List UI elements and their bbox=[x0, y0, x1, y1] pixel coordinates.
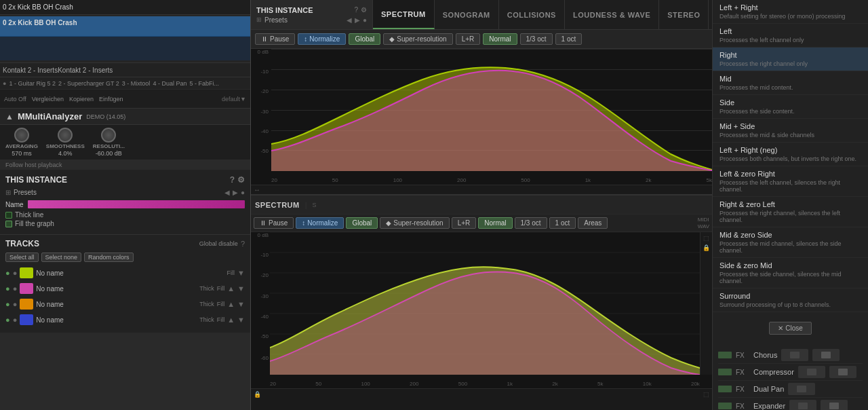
thick-line-checkbox[interactable] bbox=[5, 212, 12, 219]
track-vis-icon-1[interactable]: ● bbox=[5, 269, 10, 277]
preset2-prev[interactable]: ◀ bbox=[347, 16, 352, 24]
resolution-knob[interactable] bbox=[101, 128, 116, 143]
track-vis-icon-2[interactable]: ● bbox=[5, 284, 10, 293]
dropdown-item-surround[interactable]: Surround Surround processing of up to 8 … bbox=[713, 288, 868, 312]
tab-collisions[interactable]: COLLISIONS bbox=[499, 0, 565, 29]
mini-one-oct-btn[interactable]: 1 oct bbox=[549, 217, 576, 229]
track-dropdown-1[interactable]: ▼ bbox=[237, 269, 245, 277]
zoom-bottom-icon[interactable]: ⬚ bbox=[703, 391, 709, 398]
mini-lr-btn[interactable]: L+R bbox=[452, 217, 477, 229]
mini-oct-btn[interactable]: 1/3 oct bbox=[515, 217, 547, 229]
select-none-btn[interactable]: Select none bbox=[41, 253, 82, 262]
preset-next[interactable]: ▶ bbox=[233, 189, 238, 196]
this-instance-panel: THIS INSTANCE ? ⚙ ⊞ Presets ◀ ▶ ● Name T… bbox=[0, 170, 250, 235]
track-solo-icon-4[interactable]: ● bbox=[13, 316, 18, 324]
tab-stereo[interactable]: STEREO bbox=[659, 0, 709, 29]
random-colors-btn[interactable]: Random colors bbox=[84, 253, 134, 262]
track-color-4[interactable] bbox=[20, 314, 33, 325]
db-10: -10 bbox=[260, 69, 269, 75]
fill-graph-checkbox[interactable] bbox=[5, 221, 12, 227]
global-btn[interactable]: Global bbox=[349, 33, 380, 45]
preset2-add[interactable]: ● bbox=[363, 16, 367, 24]
preset2-next[interactable]: ▶ bbox=[355, 16, 360, 24]
track-vis-icon-4[interactable]: ● bbox=[5, 316, 10, 324]
lock-icon[interactable]: 🔒 bbox=[703, 244, 710, 251]
track-up-3[interactable]: ▲ bbox=[227, 300, 235, 308]
fx-expand-comp[interactable] bbox=[718, 369, 732, 375]
settings2-icon[interactable]: ⚙ bbox=[361, 6, 367, 14]
daw-waveform-canvas bbox=[0, 15, 250, 62]
dropdown-item-l-zero-r[interactable]: Left & zero Right Processes the left cha… bbox=[713, 166, 868, 197]
dropdown-item-lr-neg[interactable]: Left + Right (neg) Processes both channe… bbox=[713, 143, 868, 166]
track-down-4[interactable]: ▼ bbox=[237, 316, 245, 324]
fx-expand-exp[interactable] bbox=[718, 403, 732, 409]
track-up-2[interactable]: ▲ bbox=[227, 284, 235, 293]
normal-btn[interactable]: Normal bbox=[483, 33, 517, 45]
einfuegen-btn[interactable]: Einfügen bbox=[99, 96, 123, 102]
midi-btn[interactable]: MIDI bbox=[698, 217, 709, 223]
select-all-btn[interactable]: Select all bbox=[5, 253, 39, 262]
kontakt-bar: Kontakt 2 - Inserts Kontakt 2 - Inserts bbox=[0, 62, 250, 77]
dropdown-item-mid[interactable]: Mid Processes the mid content. bbox=[713, 71, 868, 95]
track-color-3[interactable] bbox=[20, 299, 33, 310]
pause-btn[interactable]: ⏸ Pause bbox=[255, 33, 295, 45]
track-solo-icon-1[interactable]: ● bbox=[13, 269, 18, 277]
mini-areas-btn[interactable]: Areas bbox=[578, 217, 608, 229]
oct-btn[interactable]: 1/3 oct bbox=[520, 33, 553, 45]
fx-expand-chorus[interactable] bbox=[718, 352, 732, 358]
mini-global-btn[interactable]: Global bbox=[346, 217, 378, 229]
dropdown-item-side[interactable]: Side Processes the side content. bbox=[713, 95, 868, 119]
averaging-knob[interactable] bbox=[14, 128, 29, 143]
tab-sonogram[interactable]: SONOGRAM bbox=[435, 0, 499, 29]
track-solo-icon-3[interactable]: ● bbox=[13, 300, 18, 308]
lr-btn[interactable]: L+R bbox=[456, 33, 481, 45]
follow-host[interactable]: Follow host playback bbox=[0, 160, 250, 170]
tracks-help-icon[interactable]: ? bbox=[241, 240, 245, 248]
dropdown-item-left[interactable]: Left Processes the left channel only bbox=[713, 24, 868, 48]
help2-icon[interactable]: ? bbox=[354, 6, 358, 14]
mini-tab-s[interactable]: S bbox=[313, 202, 317, 208]
track-name-2: No name bbox=[36, 285, 197, 293]
mini-normal-btn[interactable]: Normal bbox=[478, 217, 512, 229]
color-bar[interactable] bbox=[28, 200, 245, 208]
mini-normalize-btn[interactable]: ↕ Normalize bbox=[296, 217, 344, 229]
close-btn[interactable]: ✕ Close bbox=[769, 322, 812, 335]
wav-btn[interactable]: WAV bbox=[698, 223, 709, 229]
track-vis-icon-3[interactable]: ● bbox=[5, 300, 10, 308]
fx-name-comp: Compressor bbox=[753, 368, 794, 376]
dropdown-item-mid-zero-side[interactable]: Mid & zero Side Processes the mid channe… bbox=[713, 227, 868, 258]
dropdown-item-right[interactable]: Right Processes the right channel only bbox=[713, 48, 868, 71]
preset-prev[interactable]: ◀ bbox=[224, 189, 230, 196]
super-res-icon: ◆ bbox=[389, 35, 395, 43]
track-down-3[interactable]: ▼ bbox=[237, 300, 245, 308]
dropdown-item-mid-side[interactable]: Mid + Side Processes the mid & side chan… bbox=[713, 119, 868, 143]
vergleichen-btn[interactable]: Vergleichen bbox=[32, 96, 64, 102]
dropdown-item-left-right[interactable]: Left + Right Default setting for stereo … bbox=[713, 0, 868, 24]
instrument-slot-1: 1 - Guitar Rig 5 2 bbox=[9, 80, 56, 87]
super-res-btn[interactable]: ◆ Super-resolution bbox=[383, 33, 452, 45]
tab-spectrum[interactable]: SPECTRUM bbox=[373, 0, 435, 29]
fx-expand-dp[interactable] bbox=[718, 386, 732, 392]
track-color-1[interactable] bbox=[20, 267, 33, 278]
track-up-4[interactable]: ▲ bbox=[227, 316, 235, 324]
track-down-2[interactable]: ▼ bbox=[237, 284, 245, 293]
smoothness-knob[interactable] bbox=[58, 128, 73, 143]
ms-desc: Processes the mid & side channels bbox=[719, 132, 861, 138]
preset-add[interactable]: ● bbox=[241, 189, 245, 196]
dropdown-item-r-zero-l[interactable]: Right & zero Left Processes the right ch… bbox=[713, 197, 868, 227]
mini-super-res-btn[interactable]: ◆ Super-resolution bbox=[380, 217, 449, 229]
track-solo-icon-2[interactable]: ● bbox=[13, 284, 18, 293]
tab-loudness[interactable]: LOUDNESS & WAVE bbox=[565, 0, 659, 29]
mini-pause-btn[interactable]: ⏸ Pause bbox=[254, 217, 294, 229]
instance-settings-icon[interactable]: ⚙ bbox=[237, 175, 245, 185]
one-oct-btn[interactable]: 1 oct bbox=[555, 33, 583, 45]
track-color-2[interactable] bbox=[20, 283, 33, 294]
normalize-btn[interactable]: ↕ Normalize bbox=[298, 33, 346, 45]
instrument-row-1: ● 1 - Guitar Rig 5 2 2 - Supercharger GT… bbox=[0, 77, 250, 90]
global-disable-label[interactable]: Global disable bbox=[199, 240, 238, 247]
zoom-icon[interactable]: ⬚ bbox=[703, 235, 709, 242]
dropdown-item-side-zero-mid[interactable]: Side & zero Mid Processes the side chann… bbox=[713, 258, 868, 288]
lock-bottom-icon[interactable]: 🔒 bbox=[254, 391, 261, 398]
instance-help-icon[interactable]: ? bbox=[230, 175, 235, 185]
kopieren-btn[interactable]: Kopieren bbox=[69, 96, 94, 102]
